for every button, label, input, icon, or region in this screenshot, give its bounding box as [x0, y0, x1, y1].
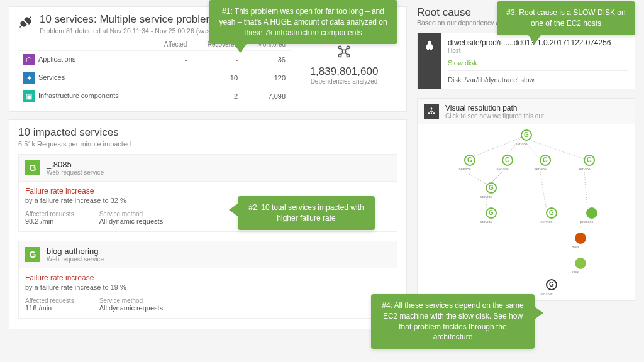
failure-desc: by a failure rate increase to 19 %	[25, 283, 391, 291]
svg-point-7	[431, 112, 432, 114]
resolution-graph: Gservice Gservice Gservice Gservice Gser…	[418, 124, 635, 300]
problem-table: AffectedRecoveredMonitored ☖Applications…	[18, 38, 291, 105]
root-cause-slow: Slow disk	[448, 59, 628, 67]
table-row[interactable]: ✦Services-10120	[18, 69, 291, 87]
infrastructure-icon: ▣	[23, 90, 35, 102]
dependencies-analyzed: 1,839,801,600 Dependencies analyzed	[291, 38, 397, 105]
table-row[interactable]: ▣Infrastructure components-27,098	[18, 87, 291, 106]
svg-point-8	[433, 112, 435, 114]
service-type: Web request service	[47, 169, 104, 176]
svg-point-6	[428, 112, 430, 114]
root-cause-host-sub: Host	[448, 47, 628, 54]
root-cause-disk: Disk '/var/lib/dynatrace' slow	[448, 70, 628, 84]
tree-icon	[424, 104, 439, 119]
vrp-sub: Click to see how we figured this out.	[445, 112, 546, 119]
svg-point-3	[347, 54, 349, 57]
service-icon: G	[25, 247, 40, 262]
callout-2: #2: 10 total services impacted with high…	[238, 196, 375, 230]
svg-point-1	[347, 46, 349, 48]
vrp-title: Visual resolution path	[445, 104, 546, 112]
callout-1: #1: This problem was open for far too lo…	[209, 0, 397, 44]
service-name: _:8085	[47, 160, 104, 169]
callout-3: #3: Root cause is a SLOW DISK on one of …	[497, 1, 635, 35]
table-row[interactable]: ☖Applications--36	[18, 51, 291, 69]
plug-icon	[18, 14, 33, 30]
impacted-sub: 6.51k Requests per minute impacted	[9, 139, 406, 154]
svg-point-4	[342, 50, 345, 53]
svg-point-0	[338, 46, 341, 48]
failure-title: Failure rate increase	[25, 273, 391, 282]
service-card[interactable]: G blog authoringWeb request service Fail…	[18, 241, 397, 319]
impacted-title: 10 impacted services	[9, 120, 406, 139]
service-name: blog authoring	[47, 246, 104, 256]
failure-title: Failure rate increase	[25, 187, 391, 195]
services-icon: ✦	[23, 72, 35, 84]
service-type: Web request service	[47, 256, 104, 263]
visual-resolution-path[interactable]: Visual resolution pathClick to see how w…	[417, 98, 635, 301]
root-cause-card[interactable]: dtwebsite/prod/i-.....dd013-1.0.20171122…	[417, 33, 635, 89]
callout-4: #4: All these services depend on the sam…	[371, 294, 535, 349]
col-affected: Affected	[151, 38, 192, 51]
applications-icon: ☖	[23, 54, 35, 65]
svg-point-5	[431, 107, 432, 109]
dependencies-count: 1,839,801,600	[291, 65, 397, 78]
svg-point-2	[338, 54, 341, 57]
linux-icon	[418, 33, 441, 89]
dependencies-label: Dependencies analyzed	[291, 78, 397, 85]
dependencies-icon	[336, 43, 352, 60]
service-icon: G	[25, 160, 40, 175]
